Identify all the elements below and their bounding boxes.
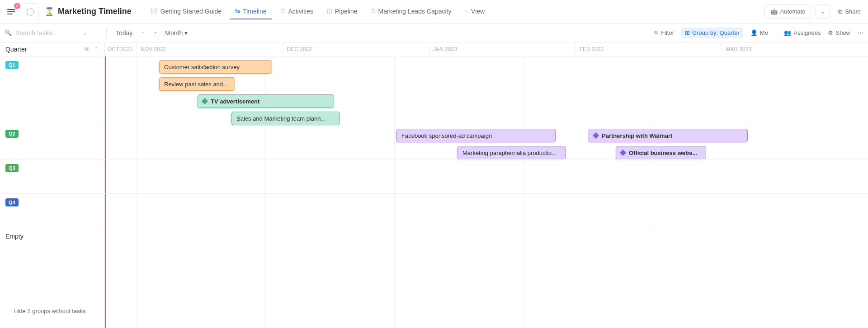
assignees-button[interactable]: 👥 Assignees (784, 29, 821, 36)
view-tab-getting-started[interactable]: 📄 Getting Started Guide (145, 4, 227, 19)
view-tab-capacity[interactable]: ⠿ Marketing Leads Capacity (366, 4, 457, 19)
search-input[interactable] (15, 29, 79, 37)
automate-button[interactable]: 🤖 Automate (764, 5, 811, 19)
group-row-q4[interactable]: Q4 (0, 193, 104, 228)
month-header-nov: NOV 2022 (137, 42, 283, 56)
view-label: Pipeline (335, 8, 358, 15)
group-heading: Quarter (5, 46, 27, 53)
task-bar[interactable]: Facebook sponsored-ad campaign (396, 129, 556, 142)
view-label: Timeline (243, 8, 266, 15)
month-header-feb: FEB 2023 (576, 42, 722, 56)
robot-icon: 🤖 (770, 8, 778, 15)
add-view-button[interactable]: + View (459, 4, 490, 19)
filter-label: Filter (661, 29, 674, 36)
spinner-icon (26, 8, 34, 16)
hourglass-icon: ⌛ (44, 7, 54, 17)
group-row-q1[interactable]: Q1 (0, 56, 104, 125)
dot-separator: · (775, 29, 777, 36)
zoom-label: Month (165, 29, 183, 37)
timeline-icon: ↹ (235, 8, 240, 14)
board-icon: ◫ (327, 8, 332, 14)
month-header-dec: DEC 2022 (283, 42, 429, 56)
people-icon: 👥 (784, 29, 791, 36)
task-bar[interactable]: Marketing paraphernalia productio... (458, 146, 566, 159)
zoom-in-button[interactable]: + (151, 28, 160, 38)
quarter-pill-q2: Q2 (5, 130, 19, 138)
filter-icon: ≊ (654, 29, 659, 36)
month-header-oct: OCT 2022 (105, 42, 137, 56)
group-column-header: Quarter 👁 ⌃ (0, 42, 104, 56)
view-label: Getting Started Guide (160, 8, 222, 15)
automate-menu-button[interactable]: ⌄ (816, 5, 830, 19)
quarter-pill-q3: Q3 (5, 164, 19, 172)
task-label: Partnership with Walmart (602, 132, 672, 139)
share-label: Share (845, 8, 861, 15)
page-title[interactable]: ⌛ Marketing Timeline (44, 7, 132, 17)
task-bar[interactable]: Official business webs... (616, 146, 706, 159)
search-options-button[interactable]: ⌄ (82, 29, 87, 36)
burger-icon (7, 11, 15, 12)
automate-label: Automate (780, 8, 806, 15)
view-tab-activities[interactable]: ☰ Activities (275, 4, 319, 19)
show-button[interactable]: ⚙ Show (828, 29, 850, 36)
me-button[interactable]: 👤 Me (750, 29, 768, 36)
workload-icon: ⠿ (371, 8, 376, 14)
assignees-label: Assignees (793, 29, 821, 36)
task-bar[interactable]: Partnership with Walmart (589, 129, 748, 142)
empty-label: Empty (5, 233, 24, 240)
group-row-empty[interactable]: Empty (0, 228, 104, 262)
filter-button[interactable]: ≊ Filter (654, 29, 674, 36)
gear-icon: ⚙ (828, 29, 833, 36)
task-label: TV advertisement (211, 98, 259, 105)
quarter-pill-q4: Q4 (5, 198, 19, 206)
view-label: Marketing Leads Capacity (378, 8, 452, 15)
me-label: Me (760, 29, 768, 36)
today-button[interactable]: Today (113, 28, 135, 38)
share-button[interactable]: ⧉ Share (835, 8, 864, 15)
quarter-pill-q1: Q1 (5, 61, 19, 69)
title-text: Marketing Timeline (58, 7, 132, 16)
milestone-icon (593, 132, 599, 139)
lane-q1: Customer satisfaction survey Review past… (105, 56, 868, 125)
eye-off-icon[interactable]: 👁 (84, 46, 90, 53)
view-tab-timeline[interactable]: ↹ Timeline (230, 4, 272, 19)
lane-q3 (105, 159, 868, 193)
more-button[interactable]: ⋯ (858, 29, 863, 36)
notif-badge: 2 (14, 3, 20, 9)
month-header-jan: JAN 2023 (429, 42, 576, 56)
view-label: Activities (288, 8, 313, 15)
chevron-down-icon: ▾ (184, 29, 188, 37)
task-bar[interactable]: Sales and Marketing team plann... (231, 112, 340, 125)
month-header-mar: MAR 2023 (722, 42, 868, 56)
task-bar[interactable]: Customer satisfaction survey (159, 60, 272, 74)
task-bar[interactable]: Review past sales and... (159, 77, 235, 91)
list-icon: ☰ (280, 8, 286, 14)
show-label: Show (835, 29, 850, 36)
plus-icon: + (465, 8, 468, 14)
menu-button[interactable]: 2 (4, 4, 19, 19)
zoom-select[interactable]: Month ▾ (165, 29, 188, 37)
doc-icon: 📄 (151, 8, 158, 14)
collapse-all-icon[interactable]: ⌃ (94, 46, 99, 53)
milestone-icon (620, 150, 626, 156)
group-by-button[interactable]: ⊞ Group by: Quarter (681, 28, 743, 38)
group-row-q3[interactable]: Q3 (0, 159, 104, 193)
chevron-down-icon: ⌄ (821, 8, 826, 15)
view-tab-pipeline[interactable]: ◫ Pipeline (321, 4, 363, 19)
hide-empty-groups-button[interactable]: Hide 2 groups without tasks (0, 301, 104, 328)
divider (106, 27, 107, 39)
group-label: Group by: Quarter (692, 29, 740, 36)
lane-empty (105, 228, 868, 262)
share-icon: ⧉ (838, 8, 842, 15)
list-settings-button[interactable] (22, 3, 39, 20)
search-icon: 🔍 (5, 29, 12, 36)
lane-q2: Facebook sponsored-ad campaign Marketing… (105, 125, 868, 159)
view-label: View (471, 8, 485, 15)
task-label: Official business webs... (629, 150, 697, 156)
zoom-out-button[interactable]: − (138, 28, 148, 38)
milestone-icon (202, 98, 208, 104)
person-icon: 👤 (750, 29, 758, 36)
group-row-q2[interactable]: Q2 (0, 125, 104, 159)
lane-q4 (105, 193, 868, 228)
task-bar[interactable]: TV advertisement (198, 94, 334, 108)
